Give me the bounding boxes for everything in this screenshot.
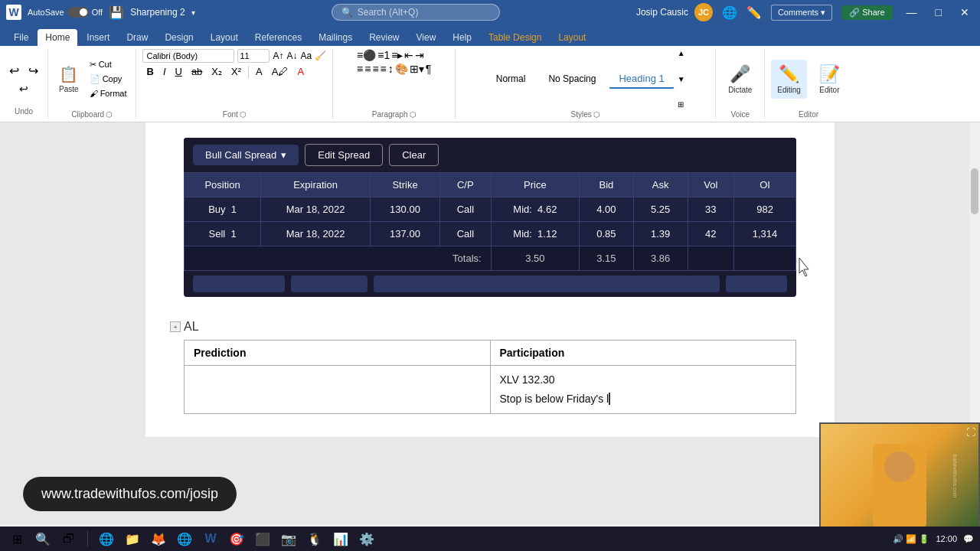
bottom-btn2[interactable]	[291, 276, 368, 292]
bold-button[interactable]: B	[142, 64, 157, 79]
font-shrink-button[interactable]: A↓	[287, 51, 298, 61]
bottom-btn3[interactable]	[726, 276, 787, 292]
firefox-icon[interactable]: 🦊	[148, 528, 169, 549]
minimize-button[interactable]: —	[902, 6, 922, 18]
style-normal[interactable]: Normal	[486, 70, 536, 88]
editing-button[interactable]: ✏️ Editing	[771, 60, 807, 99]
autosave-toggle[interactable]	[67, 7, 89, 18]
font-expand[interactable]: ⬡	[240, 110, 247, 119]
tab-layout2[interactable]: Layout	[550, 29, 593, 46]
close-button[interactable]: ✕	[956, 6, 974, 18]
underline-button[interactable]: U	[172, 64, 186, 79]
task-view[interactable]: 🗗	[58, 528, 80, 549]
strikethrough-button[interactable]: ab	[188, 64, 206, 79]
app2-icon[interactable]: 🐧	[304, 528, 325, 549]
tab-home[interactable]: Home	[38, 29, 77, 46]
increase-indent-button[interactable]: ⇥	[415, 49, 424, 61]
copy-button[interactable]: 📄 Copy	[87, 73, 130, 86]
tab-help[interactable]: Help	[445, 29, 479, 46]
text-highlight-button[interactable]: A🖊	[268, 64, 292, 79]
bottom-btn1[interactable]	[193, 276, 285, 292]
tab-file[interactable]: File	[6, 29, 36, 46]
borders-button[interactable]: ⊞▾	[410, 63, 424, 75]
teams-icon[interactable]: 🎯	[226, 528, 247, 549]
style-heading1[interactable]: Heading 1	[609, 69, 674, 89]
system-tray[interactable]: 🔊 📶 🔋	[893, 534, 929, 544]
superscript-button[interactable]: X²	[227, 64, 245, 79]
font-grow-button[interactable]: A↑	[273, 51, 283, 61]
scroll-handle[interactable]	[971, 168, 978, 214]
save-icon[interactable]: 💾	[109, 5, 124, 20]
tab-view[interactable]: View	[409, 29, 444, 46]
justify-button[interactable]: ≡	[381, 63, 387, 75]
font-color-button[interactable]: A	[293, 64, 308, 79]
align-right-button[interactable]: ≡	[372, 63, 378, 75]
table-move-handle[interactable]: +	[170, 321, 181, 332]
notification-icon[interactable]: 💬	[963, 534, 974, 544]
paste-button[interactable]: 📋 Paste	[54, 62, 83, 96]
numbered-list-button[interactable]: ≡1	[377, 49, 390, 61]
subscript-button[interactable]: X₂	[207, 64, 226, 79]
page-content: Bull Call Spread ▾ Edit Spread Clear Pos…	[145, 122, 835, 437]
share-button[interactable]: 🔗 Share	[841, 5, 892, 20]
clipboard-expand[interactable]: ⬡	[106, 110, 113, 119]
style-no-spacing[interactable]: No Spacing	[538, 70, 606, 88]
redo-button[interactable]: ↪	[25, 62, 41, 80]
text-effect-button[interactable]: A	[252, 64, 266, 79]
powerpoint-icon[interactable]: 📊	[330, 528, 351, 549]
start-button[interactable]: ⊞	[6, 528, 28, 549]
align-center-button[interactable]: ≡	[364, 63, 371, 75]
format-painter-button[interactable]: 🖌 Format	[87, 87, 130, 99]
tab-mailings[interactable]: Mailings	[311, 29, 360, 46]
bullets-button[interactable]: ≡⚫	[357, 49, 376, 61]
styles-up[interactable]: ▲	[678, 49, 685, 57]
font-family-input[interactable]	[142, 49, 234, 63]
tab-table-design[interactable]: Table Design	[481, 29, 549, 46]
chrome-icon[interactable]: 🌐	[174, 528, 195, 549]
font-size-input[interactable]	[237, 49, 270, 63]
explorer-icon[interactable]: 📁	[122, 528, 143, 549]
para-expand[interactable]: ⬡	[410, 110, 416, 119]
settings-icon[interactable]: ⚙️	[356, 528, 377, 549]
styles-dialog[interactable]: ⬡	[593, 110, 600, 119]
edge-icon[interactable]: 🌐	[96, 528, 117, 549]
align-left-button[interactable]: ≡	[357, 63, 363, 75]
shading-button[interactable]: 🎨	[395, 63, 408, 75]
styles-down[interactable]: ▼	[678, 75, 685, 83]
comments-button[interactable]: Comments ▾	[771, 5, 832, 21]
dictate-button[interactable]: 🎤 Dictate	[722, 60, 758, 99]
multilevel-list-button[interactable]: ≡▸	[391, 49, 403, 61]
video-expand-button[interactable]: ⛶	[966, 427, 975, 438]
tab-draw[interactable]: Draw	[119, 29, 155, 46]
maximize-button[interactable]: □	[931, 6, 946, 18]
clear-button[interactable]: Clear	[389, 144, 439, 166]
search-box[interactable]: 🔍 Search (Alt+Q)	[332, 4, 500, 21]
search-taskbar[interactable]: 🔍	[32, 528, 54, 549]
tab-design[interactable]: Design	[157, 29, 201, 46]
word-taskbar-icon[interactable]: W	[200, 528, 221, 549]
styles-expand[interactable]: ⊞	[678, 100, 685, 109]
camera-icon[interactable]: 📷	[278, 528, 299, 549]
tab-layout[interactable]: Layout	[203, 29, 246, 46]
prediction-cell[interactable]	[185, 366, 491, 414]
bottom-input[interactable]	[374, 276, 720, 292]
undo2-button[interactable]: ↩	[16, 81, 31, 96]
italic-button[interactable]: I	[159, 64, 170, 79]
clock: 12:00	[936, 534, 957, 543]
editor-button[interactable]: 📝 Editor	[813, 60, 846, 99]
change-case-button[interactable]: Aa	[301, 51, 312, 61]
tab-insert[interactable]: Insert	[79, 29, 117, 46]
line-spacing-button[interactable]: ↕	[388, 63, 394, 75]
doc-title-dropdown[interactable]: ▾	[191, 8, 195, 17]
tab-review[interactable]: Review	[361, 29, 407, 46]
tab-references[interactable]: References	[247, 29, 309, 46]
undo-button[interactable]: ↩	[6, 62, 22, 80]
strategy-button[interactable]: Bull Call Spread ▾	[193, 145, 299, 165]
edit-spread-button[interactable]: Edit Spread	[305, 144, 383, 166]
decrease-indent-button[interactable]: ⇤	[404, 49, 413, 61]
cut-button[interactable]: ✂ Cut	[87, 58, 130, 71]
app1-icon[interactable]: ⬛	[252, 528, 273, 549]
show-para-button[interactable]: ¶	[426, 63, 432, 75]
clear-format-button[interactable]: 🧹	[315, 51, 326, 61]
participation-cell[interactable]: XLV 132.30 Stop is below Friday's l	[490, 366, 796, 414]
